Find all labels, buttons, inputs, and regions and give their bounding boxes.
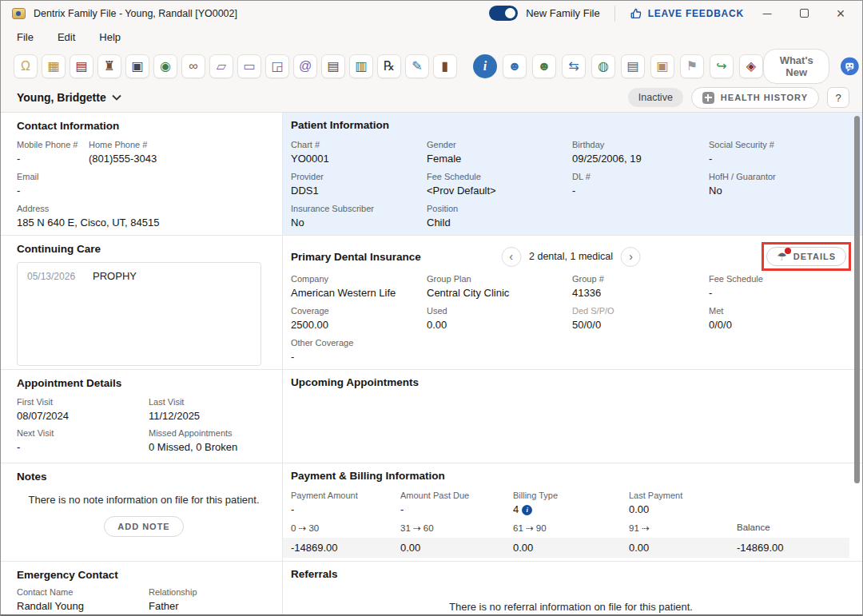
patient-bar: Young, Bridgette Inactive HEALTH HISTORY… bbox=[1, 83, 862, 113]
minimize-button[interactable]: ─ bbox=[754, 2, 781, 25]
scrollbar-thumb[interactable] bbox=[854, 116, 860, 483]
field-emergency-relationship: RelationshipFather bbox=[149, 587, 271, 612]
field-insurance-subscriber: Insurance SubscriberNo bbox=[291, 204, 427, 229]
clinical-notes-icon[interactable]: ▭ bbox=[237, 54, 261, 78]
new-family-file-toggle-label: New Family File bbox=[526, 7, 599, 19]
referrals-empty-text: There is no referral information on file… bbox=[291, 601, 851, 613]
help-button[interactable]: ? bbox=[827, 87, 849, 108]
insurance-details-label: DETAILS bbox=[793, 252, 836, 261]
referrals-title: Referrals bbox=[291, 568, 851, 580]
aging-header-31-60: 31 ⇢ 60 bbox=[400, 523, 513, 534]
patient-selector[interactable]: Young, Bridgette bbox=[17, 91, 121, 104]
health-cross-icon bbox=[702, 92, 714, 104]
questionnaires-icon[interactable]: ▤ bbox=[321, 54, 345, 78]
upcoming-appointments-title: Upcoming Appointments bbox=[291, 376, 851, 388]
aging-value-61-90: 0.00 bbox=[513, 542, 629, 554]
lab-case-manager-icon[interactable]: ◉ bbox=[153, 54, 177, 78]
aging-value-91-plus: 0.00 bbox=[629, 542, 737, 554]
insurance-pager-text: 2 dental, 1 medical bbox=[529, 251, 613, 262]
field-first-visit: First Visit08/07/2024 bbox=[17, 397, 149, 422]
insurance-details-icon: ☂ bbox=[777, 251, 787, 262]
whats-new-button[interactable]: What's New bbox=[763, 49, 829, 84]
notes-title: Notes bbox=[17, 471, 271, 483]
office-journal-icon[interactable]: ▮ bbox=[433, 54, 457, 78]
aging-values-row: -14869.00 0.00 0.00 0.00 -14869.00 bbox=[283, 538, 849, 558]
continuing-care-list: 05/13/2026 PROPHY bbox=[17, 262, 261, 366]
window-title: Dentrix Family File - Young, Randall [YO… bbox=[34, 8, 237, 19]
details-highlight-box: ☂ DETAILS bbox=[762, 242, 851, 271]
leave-feedback-button[interactable]: LEAVE FEEDBACK bbox=[630, 7, 744, 20]
field-position: PositionChild bbox=[427, 204, 572, 229]
field-last-payment: Last Payment0.00 bbox=[629, 491, 737, 515]
toggle-knob bbox=[505, 8, 515, 18]
section-primary-dental-insurance: Primary Dental Insurance ‹ 2 dental, 1 m… bbox=[283, 236, 862, 370]
health-assessment-icon[interactable]: ◈ bbox=[739, 54, 763, 78]
printer-icon[interactable]: ▤ bbox=[621, 54, 645, 78]
status-badge: Inactive bbox=[628, 88, 683, 107]
app-icon bbox=[12, 8, 26, 19]
patient-file-icon[interactable]: Ω bbox=[14, 54, 38, 78]
field-missed-appointments: Missed Appointments0 Missed, 0 Broken bbox=[149, 428, 271, 453]
patient-alerts-icon[interactable]: ⚑ bbox=[680, 54, 704, 78]
insurance-details-button[interactable]: ☂ DETAILS bbox=[766, 247, 846, 266]
assistant-robot-icon[interactable] bbox=[841, 54, 859, 79]
appointment-details-title: Appointment Details bbox=[17, 377, 271, 389]
info-icon[interactable]: i bbox=[473, 54, 497, 78]
health-history-button[interactable]: HEALTH HISTORY bbox=[691, 87, 819, 109]
dentrix-family-file-window: Dentrix Family File - Young, Randall [YO… bbox=[0, 0, 863, 616]
appointment-book-icon[interactable]: ▦ bbox=[42, 54, 66, 78]
field-dl-number: DL #- bbox=[572, 172, 709, 197]
menu-edit[interactable]: Edit bbox=[58, 28, 86, 46]
continuing-care-item[interactable]: 05/13/2026 PROPHY bbox=[27, 270, 251, 282]
aging-header-0-30: 0 ⇢ 30 bbox=[291, 523, 400, 534]
patient-picture-icon[interactable]: ▣ bbox=[125, 54, 149, 78]
section-continuing-care: Continuing Care 05/13/2026 PROPHY bbox=[1, 236, 283, 370]
field-ins-group-plan: Group PlanCentral City Clinic bbox=[427, 274, 572, 299]
office-manager-icon[interactable]: ◲ bbox=[265, 54, 289, 78]
field-ins-used: Used0.00 bbox=[427, 306, 572, 331]
field-amount-past-due: Amount Past Due- bbox=[400, 491, 513, 515]
email-icon[interactable]: @ bbox=[293, 54, 317, 78]
patient-portrait-icon[interactable]: ▣ bbox=[650, 54, 674, 78]
section-upcoming-appointments: Upcoming Appointments bbox=[283, 370, 862, 463]
field-address: Address 185 N 640 E, Cisco, UT, 84515 bbox=[17, 204, 271, 229]
lab-sync-icon[interactable]: ◍ bbox=[591, 54, 615, 78]
billing-type-info-icon[interactable]: i bbox=[522, 505, 532, 515]
add-note-button[interactable]: ADD NOTE bbox=[104, 516, 183, 537]
document-center-icon[interactable]: ▥ bbox=[349, 54, 373, 78]
field-ins-fee-schedule: Fee Schedule- bbox=[709, 274, 851, 299]
field-ins-group-number: Group #41336 bbox=[572, 274, 709, 299]
toolbar-group-2: i☻☻⇆◍▤▣⚑↪◈ bbox=[473, 54, 763, 78]
patient-export-icon[interactable]: ↪ bbox=[710, 54, 734, 78]
add-family-member-icon[interactable]: ☻ bbox=[532, 54, 556, 78]
transfer-patient-icon[interactable]: ⇆ bbox=[562, 54, 586, 78]
maximize-button[interactable] bbox=[790, 2, 817, 25]
leave-feedback-label: LEAVE FEEDBACK bbox=[648, 8, 744, 19]
ledger-icon[interactable]: ▤ bbox=[70, 54, 93, 78]
field-gender: GenderFemale bbox=[427, 140, 572, 165]
patient-chart-icon[interactable]: ♜ bbox=[97, 54, 121, 78]
aging-header-balance: Balance bbox=[737, 523, 851, 534]
field-mobile-phone: Mobile Phone # - bbox=[17, 140, 89, 165]
section-emergency-contact: Emergency Contact Contact NameRandall Yo… bbox=[1, 562, 283, 616]
maximize-icon bbox=[800, 9, 809, 18]
new-family-file-toggle[interactable] bbox=[489, 6, 518, 21]
treatment-plan-icon[interactable]: ▱ bbox=[209, 54, 233, 78]
notes-empty-text: There is no note information on file for… bbox=[17, 494, 271, 506]
treatment-planner-icon[interactable]: ✎ bbox=[405, 54, 429, 78]
insurance-next-button[interactable]: › bbox=[621, 247, 641, 267]
perio-chart-icon[interactable]: ∞ bbox=[181, 54, 205, 78]
field-fee-schedule: Fee Schedule<Prov Default> bbox=[427, 172, 572, 197]
field-last-visit: Last Visit11/12/2025 bbox=[149, 397, 271, 422]
field-birthday: Birthday09/25/2006, 19 bbox=[572, 140, 709, 165]
guru-icon[interactable]: ☻ bbox=[503, 54, 527, 78]
field-billing-type: Billing Type4i bbox=[513, 491, 629, 515]
menu-file[interactable]: File bbox=[17, 28, 45, 46]
menu-help[interactable]: Help bbox=[99, 28, 132, 46]
field-ssn: Social Security #- bbox=[709, 140, 851, 165]
close-button[interactable]: × bbox=[827, 2, 854, 25]
prescriptions-icon[interactable]: ℞ bbox=[377, 54, 401, 78]
insurance-prev-button[interactable]: ‹ bbox=[501, 247, 521, 267]
main-content: Contact Information Mobile Phone # - Hom… bbox=[1, 113, 862, 616]
aging-value-31-60: 0.00 bbox=[400, 542, 513, 554]
